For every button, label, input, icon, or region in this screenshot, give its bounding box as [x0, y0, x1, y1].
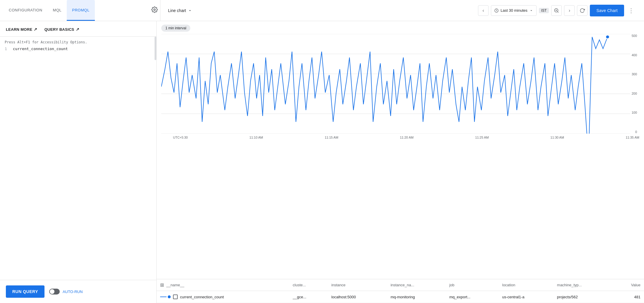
th-name: ⊞ __name__ [157, 279, 289, 291]
left-panel-bottom: RUN QUERY AUTO-RUN [0, 280, 156, 303]
col-name-label: __name__ [166, 283, 184, 287]
learn-more-button[interactable]: LEARN MORE ↗ [6, 27, 37, 32]
td-machine-type: projects/562 [554, 291, 613, 303]
x-label-1130: 11:30 AM [550, 136, 564, 139]
auto-run-toggle[interactable] [49, 289, 60, 295]
main-content: LEARN MORE ↗ QUERY BASICS ↗ Press Alt+F1… [0, 21, 644, 303]
metric-name: current_connection_count [180, 295, 224, 299]
left-panel: LEARN MORE ↗ QUERY BASICS ↗ Press Alt+F1… [0, 21, 157, 303]
row-checkbox[interactable] [173, 295, 178, 299]
editor-line: 1 current_connection_count [5, 47, 152, 51]
line-number: 1 [5, 47, 9, 51]
th-cluster: cluste... [289, 279, 328, 291]
series-dot [168, 295, 171, 298]
x-axis-labels: UTC+5:30 11:10 AM 11:15 AM 11:20 AM 11:2… [161, 135, 639, 139]
external-link-icon: ↗ [34, 27, 37, 32]
y-label-300: 300 [632, 72, 637, 76]
th-machine-type: machine_typ... [554, 279, 613, 291]
save-chart-button[interactable]: Save Chart [590, 5, 624, 16]
x-label-1115: 11:15 AM [325, 136, 338, 139]
right-panel: 1 min interval 500 400 300 200 100 0 [157, 21, 644, 303]
query-text: current_connection_count [13, 47, 68, 51]
x-label-1135: 11:35 AM [626, 136, 639, 139]
x-label-utc: UTC+5:30 [173, 136, 188, 139]
timezone-badge: IST [539, 8, 549, 13]
table-header-row: ⊞ __name__ cluste... instance instance_n… [157, 279, 644, 291]
series-indicator [160, 295, 171, 298]
y-label-200: 200 [632, 92, 637, 95]
tab-mql[interactable]: MQL [48, 0, 67, 21]
td-instance: localhost:5000 [328, 291, 387, 303]
top-bar: CONFIGURATION MQL PROMQL Line chart ‹ La… [0, 0, 644, 21]
query-basics-button[interactable]: QUERY BASICS ↗ [44, 27, 79, 32]
x-label-1125: 11:25 AM [475, 136, 489, 139]
th-instance-name: instance_na... [387, 279, 446, 291]
y-label-0: 0 [632, 130, 637, 134]
nav-prev-button[interactable]: ‹ [478, 5, 489, 16]
external-link-icon-2: ↗ [76, 27, 79, 32]
chart-type-label: Line chart [168, 8, 186, 13]
more-options-button[interactable]: ⋮ [626, 5, 636, 16]
chart-svg [161, 34, 639, 134]
th-instance: instance [328, 279, 387, 291]
interval-badge: 1 min interval [161, 25, 190, 32]
x-label-1110: 11:10 AM [249, 136, 263, 139]
gear-button[interactable] [149, 4, 160, 17]
table-row: current_connection_count __gce... localh… [157, 291, 644, 303]
chart-container: 500 400 300 200 100 0 [161, 34, 639, 145]
td-value: 481 [613, 291, 644, 303]
zoom-in-button[interactable] [551, 5, 562, 16]
y-label-400: 400 [632, 53, 637, 57]
toggle-knob [50, 289, 54, 294]
data-table: ⊞ __name__ cluste... instance instance_n… [157, 279, 644, 303]
right-panel-header: Line chart ‹ Last 30 minutes IST › Save … [160, 0, 640, 21]
query-basics-label: QUERY BASICS [44, 27, 74, 32]
data-table-area: ⊞ __name__ cluste... instance instance_n… [157, 279, 644, 303]
auto-run-toggle-container: AUTO-RUN [49, 289, 83, 295]
td-cluster: __gce... [289, 291, 328, 303]
grid-icon: ⊞ [160, 282, 164, 288]
th-location: location [499, 279, 554, 291]
nav-next-button[interactable]: › [564, 5, 575, 16]
editor-area[interactable]: Press Alt+F1 for Accessibility Options. … [0, 37, 156, 280]
tab-promql[interactable]: PROMQL [67, 0, 95, 21]
run-query-button[interactable]: RUN QUERY [6, 285, 44, 298]
th-value: Value [613, 279, 644, 291]
th-job: job [446, 279, 499, 291]
refresh-button[interactable] [577, 5, 588, 16]
learn-more-label: LEARN MORE [6, 27, 32, 32]
chart-type-selector[interactable]: Line chart [165, 6, 195, 15]
auto-run-label[interactable]: AUTO-RUN [63, 290, 83, 294]
svg-point-9 [606, 35, 609, 39]
editor-scrollbar[interactable] [155, 37, 156, 60]
series-dash [160, 297, 167, 297]
y-label-500: 500 [632, 34, 637, 38]
x-label-1120: 11:20 AM [400, 136, 413, 139]
td-location: us-central1-a [499, 291, 554, 303]
time-range-label: Last 30 minutes [501, 8, 527, 13]
svg-point-0 [154, 9, 155, 11]
editor-hint: Press Alt+F1 for Accessibility Options. [5, 40, 152, 44]
y-axis-labels: 500 400 300 200 100 0 [632, 34, 637, 134]
chart-area: 1 min interval 500 400 300 200 100 0 [157, 21, 644, 279]
left-panel-links: LEARN MORE ↗ QUERY BASICS ↗ [0, 21, 156, 37]
td-instance-name: mq-monitoring [387, 291, 446, 303]
td-job: mq_export... [446, 291, 499, 303]
left-panel-header: CONFIGURATION MQL PROMQL [4, 0, 160, 21]
y-label-100: 100 [632, 111, 637, 114]
time-range-selector[interactable]: Last 30 minutes [491, 5, 537, 16]
td-name: current_connection_count [157, 291, 289, 303]
tab-configuration[interactable]: CONFIGURATION [4, 0, 48, 21]
